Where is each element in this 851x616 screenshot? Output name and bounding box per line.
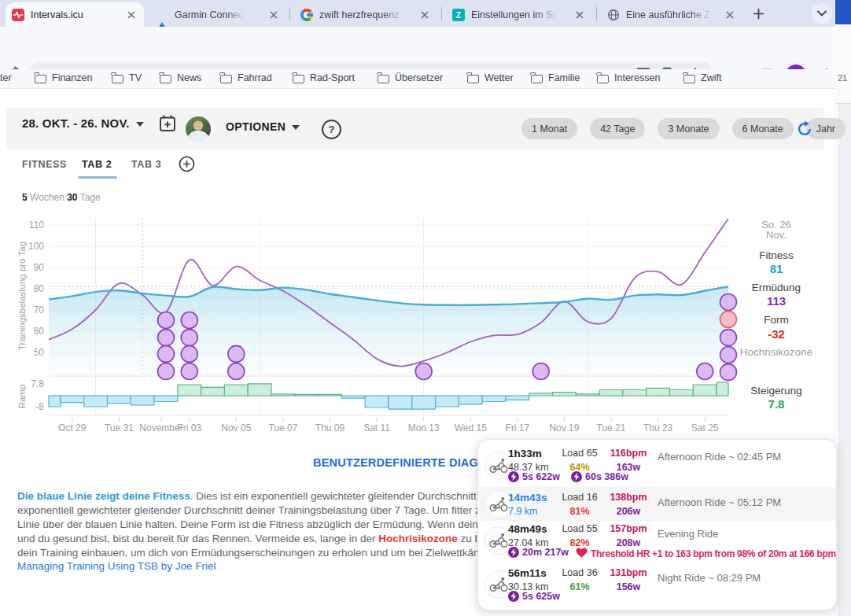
power-pb-badge: 5s 622w xyxy=(508,471,560,482)
bookmark-item[interactable]: TV xyxy=(112,72,142,83)
bolt-icon xyxy=(508,471,519,482)
close-icon[interactable] xyxy=(724,9,736,21)
power-pb-badge: 60s 386w xyxy=(571,471,628,482)
ride-name[interactable]: Night Ride ~ 08:29 PM xyxy=(658,572,761,584)
bookmark-item[interactable]: ter xyxy=(0,72,12,83)
bookmark-item[interactable]: Übersetzer xyxy=(378,72,443,83)
range-3-monate-button[interactable]: 3 Monate xyxy=(658,118,719,139)
tab-2[interactable]: TAB 2 xyxy=(82,159,112,170)
fitness-label: Fitness xyxy=(731,249,821,261)
threshold-hr-badge: Threshold HR +1 to 163 bpm from 98% of 2… xyxy=(576,547,836,561)
help-button[interactable]: ? xyxy=(322,120,341,139)
browser-tab-intervals[interactable]: Intervals.icu xyxy=(6,2,144,27)
tab-title: Einstellungen im Spi xyxy=(471,9,560,20)
range-1-monat-button[interactable]: 1 Monat xyxy=(521,118,577,139)
ride-intensity: 81% xyxy=(555,506,604,517)
svg-text:60: 60 xyxy=(34,326,45,337)
close-icon[interactable] xyxy=(267,9,280,21)
svg-text:Fri 17: Fri 17 xyxy=(506,422,530,433)
ride-power: 156w xyxy=(604,581,653,592)
bookmark-item[interactable]: Wetter xyxy=(467,72,514,83)
bookmark-item[interactable]: News xyxy=(160,72,201,83)
activity-dot xyxy=(228,345,245,362)
active-tab-underline xyxy=(78,176,117,179)
tab-3[interactable]: TAB 3 xyxy=(131,159,161,170)
ride-load: Load 16 xyxy=(555,492,604,503)
ride-power: 206w xyxy=(604,506,653,517)
refresh-icon[interactable] xyxy=(796,120,813,141)
browser-tab-zwift-search[interactable]: zwift herzfrequenz z xyxy=(294,2,437,27)
ride-load: Load 36 xyxy=(555,567,604,578)
ride-distance: 7.9 km xyxy=(508,506,538,517)
activity-dot xyxy=(697,363,713,380)
tab-separator xyxy=(596,7,597,20)
tab-title: Eine ausführliche Zw xyxy=(626,9,714,20)
close-icon[interactable] xyxy=(125,9,138,21)
svg-text:Sat 25: Sat 25 xyxy=(691,422,719,433)
ride-name[interactable]: Evening Ride xyxy=(658,528,718,540)
bookmark-item[interactable]: Rad-Sport xyxy=(293,72,355,83)
ride-load: Load 65 xyxy=(555,448,604,459)
range-6-monate-button[interactable]: 6 Monate xyxy=(732,118,794,139)
new-tab-button[interactable] xyxy=(749,4,768,23)
ramp-label: Steigerung xyxy=(731,385,821,397)
svg-text:Nov 05: Nov 05 xyxy=(221,422,251,433)
tsb-article-link[interactable]: Managing Training Using TSB by Joe Friel xyxy=(17,560,216,572)
ride-duration: 1h33m xyxy=(508,448,542,459)
risk-zone-label: Hochrisikozone xyxy=(731,347,821,357)
activity-dot xyxy=(181,312,197,329)
add-tab-icon[interactable] xyxy=(179,156,195,175)
power-pb-badge: 20m 217w xyxy=(508,547,569,558)
bolt-icon xyxy=(508,591,519,602)
activity-dot xyxy=(181,363,197,380)
svg-text:7.8: 7.8 xyxy=(31,378,44,389)
activity-dot xyxy=(158,345,175,362)
svg-text:Tue 21: Tue 21 xyxy=(597,422,626,433)
fitness-chart[interactable]: 11010090807060507.8-8Oct 29Tue 31Novembe… xyxy=(0,212,835,441)
browser-tab-einstellungen[interactable]: Z Einstellungen im Spi xyxy=(446,2,592,27)
options-menu[interactable]: OPTIONEN xyxy=(226,120,300,133)
page-header: 28. OKT. - 26. NOV. OPTIONEN ? 1 Monat 4… xyxy=(6,108,823,149)
form-value: -32 xyxy=(731,327,821,341)
bookmark-item[interactable]: Fahrrad xyxy=(220,72,272,83)
ride-duration[interactable]: 14m43s xyxy=(508,492,547,503)
garmin-favicon xyxy=(156,9,168,21)
ride-duration: 48m49s xyxy=(508,523,547,535)
close-icon[interactable] xyxy=(418,9,431,21)
ride-name[interactable]: Afternoon Ride ~ 05:12 PM xyxy=(658,496,781,508)
range-42-tage-button[interactable]: 42 Tage xyxy=(590,118,645,139)
bookmark-item[interactable]: Familie xyxy=(531,72,580,83)
athlete-avatar[interactable] xyxy=(186,116,211,142)
ride-name[interactable]: Afternoon Ride ~ 02:45 PM xyxy=(658,451,781,463)
folder-icon xyxy=(160,75,171,83)
y-axis-title: Trainingsbelastung pro Tag xyxy=(17,217,27,374)
folder-icon xyxy=(220,75,232,83)
stats-date-line2: Nov. xyxy=(731,230,821,240)
background-clock-fragment: 21 xyxy=(838,73,847,83)
activity-dot xyxy=(181,345,197,362)
folder-icon xyxy=(378,75,389,83)
svg-text:Mon 13: Mon 13 xyxy=(408,422,440,433)
power-pb-badge: 5s 625w xyxy=(508,591,560,602)
browser-tab-article[interactable]: Eine ausführliche Zw xyxy=(601,2,742,27)
tab-title: Intervals.icu xyxy=(31,9,83,20)
folder-icon xyxy=(531,75,543,83)
fatigue-value: 113 xyxy=(731,294,821,308)
tab-fitness[interactable]: FITNESS xyxy=(22,159,67,170)
calendar-plus-icon[interactable] xyxy=(158,114,177,136)
bookmark-item[interactable]: Interessen xyxy=(597,72,660,83)
ride-load: Load 55 xyxy=(555,523,604,534)
activity-dot xyxy=(158,330,175,346)
bookmark-item[interactable]: Zwift xyxy=(683,72,721,83)
date-range-selector[interactable]: 28. OKT. - 26. NOV. xyxy=(22,116,144,130)
activity-dot xyxy=(158,312,175,329)
activity-dot xyxy=(158,363,175,380)
folder-icon xyxy=(467,75,479,83)
tab-separator xyxy=(441,7,442,20)
tab-search-chevron-button[interactable] xyxy=(812,3,832,24)
fatigue-label: Ermüdung xyxy=(731,282,821,293)
close-icon[interactable] xyxy=(573,9,586,21)
browser-tab-garmin[interactable]: Garmin Connect xyxy=(149,2,286,27)
svg-text:Tue 07: Tue 07 xyxy=(268,422,297,433)
bookmark-item[interactable]: Finanzen xyxy=(35,72,92,83)
